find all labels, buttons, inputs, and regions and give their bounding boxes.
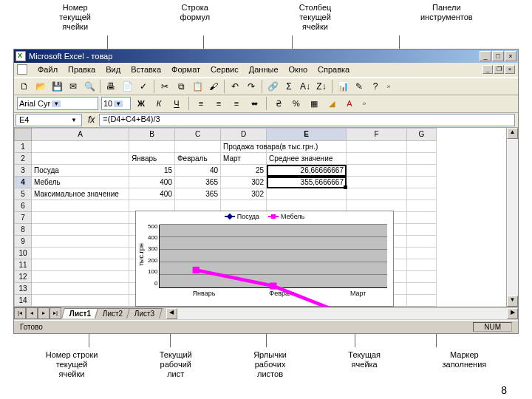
vertical-scrollbar[interactable]: ▲ ▼ bbox=[506, 128, 518, 307]
cell[interactable] bbox=[407, 259, 437, 271]
cell[interactable]: Март bbox=[221, 153, 267, 165]
fx-button[interactable]: fx bbox=[83, 115, 99, 125]
row-header[interactable]: 8 bbox=[14, 224, 32, 236]
cell[interactable]: 400 bbox=[129, 188, 175, 200]
chart-icon[interactable]: 📊 bbox=[335, 79, 350, 94]
cell[interactable]: Максимальное значение bbox=[32, 188, 129, 200]
cell[interactable] bbox=[407, 188, 437, 200]
row-header[interactable]: 13 bbox=[14, 283, 32, 295]
col-header[interactable]: F bbox=[347, 128, 407, 141]
cell[interactable]: 40 bbox=[175, 165, 221, 177]
sheet-tab[interactable]: Лист3 bbox=[127, 308, 163, 318]
toolbar-overflow-icon[interactable]: » bbox=[360, 100, 369, 107]
cell[interactable]: 302 bbox=[221, 177, 267, 188]
embedded-chart[interactable]: Посуда Мебель тыс.грн 500 400 300 200 10… bbox=[135, 211, 394, 307]
redo-icon[interactable]: ↷ bbox=[244, 79, 259, 94]
underline-button[interactable]: Ч bbox=[169, 96, 184, 111]
first-sheet-button[interactable]: |◂ bbox=[14, 307, 26, 319]
sheet-tab[interactable]: Лист1 bbox=[61, 308, 99, 318]
row-header[interactable]: 12 bbox=[14, 271, 32, 283]
cell[interactable] bbox=[267, 141, 347, 153]
row-header[interactable]: 5 bbox=[14, 188, 32, 200]
align-right-icon[interactable]: ≡ bbox=[229, 96, 244, 111]
sort-asc-icon[interactable]: A↓ bbox=[298, 79, 313, 94]
print-icon[interactable]: 🖶 bbox=[103, 79, 118, 94]
cell[interactable] bbox=[407, 165, 437, 177]
col-header[interactable]: E bbox=[267, 128, 347, 141]
borders-icon[interactable]: ▦ bbox=[307, 96, 321, 111]
scroll-left-icon[interactable]: ◀ bbox=[166, 308, 177, 319]
cell[interactable] bbox=[407, 200, 437, 212]
cell[interactable] bbox=[407, 295, 437, 307]
cell[interactable]: Мебель bbox=[32, 177, 129, 188]
col-header[interactable]: C bbox=[175, 128, 221, 141]
menu-file[interactable]: Файл bbox=[33, 64, 62, 75]
close-button[interactable]: × bbox=[505, 51, 516, 61]
mail-icon[interactable]: ✉ bbox=[66, 79, 81, 94]
toolbar-overflow-icon[interactable]: » bbox=[384, 83, 393, 90]
undo-icon[interactable]: ↶ bbox=[228, 79, 242, 94]
menu-insert[interactable]: Вставка bbox=[126, 64, 166, 75]
cell[interactable] bbox=[32, 248, 129, 259]
drawing-icon[interactable]: ✎ bbox=[352, 79, 366, 94]
percent-icon[interactable]: % bbox=[289, 96, 304, 111]
spell-icon[interactable]: ✓ bbox=[136, 79, 151, 94]
open-icon[interactable]: 📂 bbox=[33, 79, 48, 94]
font-color-icon[interactable]: A bbox=[342, 96, 357, 111]
paste-icon[interactable]: 📋 bbox=[190, 79, 205, 94]
sheet-tab[interactable]: Лист2 bbox=[95, 308, 131, 318]
minimize-button[interactable]: _ bbox=[480, 51, 491, 61]
cell[interactable] bbox=[407, 224, 437, 236]
align-center-icon[interactable]: ≡ bbox=[211, 96, 226, 111]
next-sheet-button[interactable]: ▸ bbox=[38, 307, 50, 319]
cut-icon[interactable]: ✂ bbox=[157, 79, 172, 94]
doc-restore-button[interactable]: ❐ bbox=[494, 65, 504, 74]
help-icon[interactable]: ? bbox=[368, 79, 383, 94]
cell[interactable]: Посуда bbox=[32, 165, 129, 177]
cell[interactable] bbox=[32, 224, 129, 236]
maximize-button[interactable]: □ bbox=[492, 51, 504, 61]
cell[interactable] bbox=[129, 141, 175, 153]
cell[interactable] bbox=[32, 153, 129, 165]
format-painter-icon[interactable]: 🖌 bbox=[206, 79, 221, 94]
italic-button[interactable]: К bbox=[151, 96, 166, 111]
cell[interactable] bbox=[32, 283, 129, 295]
save-icon[interactable]: 💾 bbox=[50, 79, 64, 94]
col-header[interactable]: B bbox=[129, 128, 175, 141]
name-box[interactable]: E4 ▼ bbox=[16, 114, 82, 126]
currency-icon[interactable]: ₴ bbox=[271, 96, 286, 111]
row-header[interactable]: 7 bbox=[14, 212, 32, 224]
row-header[interactable]: 4 bbox=[14, 177, 32, 188]
doc-minimize-button[interactable]: _ bbox=[482, 65, 493, 74]
row-header[interactable]: 3 bbox=[14, 165, 32, 177]
cell[interactable]: 25 bbox=[221, 165, 267, 177]
cell[interactable] bbox=[347, 188, 407, 200]
chevron-down-icon[interactable]: ▼ bbox=[114, 100, 123, 107]
cell[interactable]: 355,6666667 bbox=[267, 177, 347, 188]
cell[interactable]: 400 bbox=[129, 177, 175, 188]
cell[interactable] bbox=[407, 141, 437, 153]
col-header[interactable]: D bbox=[221, 128, 267, 141]
row-header[interactable]: 10 bbox=[14, 248, 32, 259]
cell[interactable]: 365 bbox=[175, 177, 221, 188]
select-all-corner[interactable] bbox=[14, 128, 32, 141]
cell[interactable]: Январь bbox=[129, 153, 175, 165]
prev-sheet-button[interactable]: ◂ bbox=[26, 307, 38, 319]
chevron-down-icon[interactable]: ▼ bbox=[52, 100, 61, 107]
horizontal-scrollbar[interactable]: ◀ ▶ bbox=[166, 308, 518, 319]
cell[interactable] bbox=[347, 165, 407, 177]
link-icon[interactable]: 🔗 bbox=[265, 79, 280, 94]
sum-icon[interactable]: Σ bbox=[282, 79, 296, 94]
cell[interactable] bbox=[407, 236, 437, 248]
menu-format[interactable]: Формат bbox=[167, 64, 205, 75]
menu-view[interactable]: Вид bbox=[101, 64, 125, 75]
search-icon[interactable]: 🔍 bbox=[82, 79, 97, 94]
doc-close-button[interactable]: × bbox=[505, 65, 515, 74]
scroll-right-icon[interactable]: ▶ bbox=[507, 308, 518, 319]
formula-input[interactable]: =(D4+C4+B4)/3 bbox=[99, 114, 515, 126]
row-header[interactable]: 2 bbox=[14, 153, 32, 165]
row-header[interactable]: 14 bbox=[14, 295, 32, 307]
cell[interactable]: Среднее значение bbox=[267, 153, 347, 165]
menu-help[interactable]: Справка bbox=[313, 64, 354, 75]
col-header[interactable]: A bbox=[32, 128, 129, 141]
